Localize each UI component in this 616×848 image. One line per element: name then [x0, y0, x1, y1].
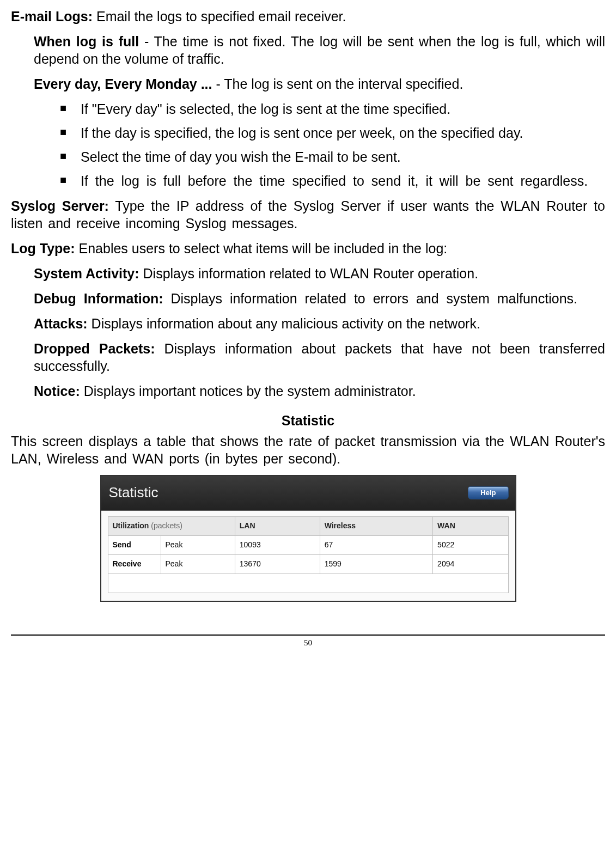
syslog-label: Syslog Server: [11, 198, 109, 213]
cell-wireless: 67 [320, 536, 432, 555]
list-item: If the day is specified, the log is sent… [60, 124, 605, 142]
table-row: Receive Peak 13670 1599 2094 [108, 555, 508, 574]
dropped-packets-label: Dropped Packets: [34, 341, 155, 356]
debug-info-label: Debug Information: [34, 291, 163, 306]
cell-wan: 2094 [433, 555, 508, 574]
interval-bullets: If "Every day" is selected, the log is s… [11, 100, 605, 190]
empty-cell [108, 574, 508, 593]
table-row: Send Peak 10093 67 5022 [108, 536, 508, 555]
bullet-text: If "Every day" is selected, the log is s… [81, 101, 450, 117]
email-logs-text: Email the logs to specified email receiv… [93, 9, 346, 24]
statistic-heading: Statistic [11, 412, 605, 429]
system-activity-label: System Activity: [34, 266, 139, 281]
log-type-para: Log Type: Enables users to select what i… [11, 240, 605, 257]
when-log-full-label: When log is full [34, 34, 139, 49]
dropped-packets-para: Dropped Packets: Displays information ab… [34, 340, 605, 375]
statistic-title-text: Statistic [109, 484, 158, 502]
help-button[interactable]: Help [468, 486, 508, 500]
row-label: Send [108, 536, 161, 555]
email-logs-para: E-mail Logs: Email the logs to specified… [11, 8, 605, 25]
debug-info-text: Displays information related to errors a… [163, 291, 577, 306]
attacks-para: Attacks: Displays information about any … [34, 315, 605, 332]
col-wireless: Wireless [320, 517, 432, 536]
col-utilization: Utilization (packets) [108, 517, 235, 536]
statistic-screenshot: Statistic Help Utilization (packets) LAN… [11, 475, 605, 602]
table-row-empty [108, 574, 508, 593]
cell-wireless: 1599 [320, 555, 432, 574]
log-type-label: Log Type: [11, 241, 75, 256]
notice-para: Notice: Displays important notices by th… [34, 382, 605, 400]
row-sublabel: Peak [161, 536, 235, 555]
cell-wan: 5022 [433, 536, 508, 555]
email-logs-label: E-mail Logs: [11, 9, 93, 24]
statistic-title-bar: Statistic Help [101, 476, 515, 511]
system-activity-para: System Activity: Displays information re… [34, 265, 605, 282]
when-log-full-para: When log is full - The time is not fixed… [34, 33, 605, 68]
every-day-label: Every day, Every Monday ... [34, 76, 212, 91]
list-item: Select the time of day you wish the E-ma… [60, 148, 605, 166]
notice-label: Notice: [34, 383, 80, 399]
cell-lan: 10093 [235, 536, 320, 555]
every-day-text: - The log is sent on the interval specif… [212, 76, 463, 91]
table-header-row: Utilization (packets) LAN Wireless WAN [108, 517, 508, 536]
list-item: If "Every day" is selected, the log is s… [60, 100, 605, 118]
bullet-text: If the log is full before the time speci… [81, 173, 588, 188]
statistic-panel: Statistic Help Utilization (packets) LAN… [100, 475, 516, 602]
debug-info-para: Debug Information: Displays information … [34, 290, 605, 307]
statistic-desc: This screen displays a table that shows … [11, 432, 605, 467]
cell-lan: 13670 [235, 555, 320, 574]
syslog-para: Syslog Server: Type the IP address of th… [11, 197, 605, 232]
row-label: Receive [108, 555, 161, 574]
col-lan: LAN [235, 517, 320, 536]
bullet-text: If the day is specified, the log is sent… [81, 125, 523, 141]
util-main: Utilization [113, 521, 149, 530]
every-day-para: Every day, Every Monday ... - The log is… [34, 75, 605, 93]
log-type-text: Enables users to select what items will … [75, 241, 448, 256]
attacks-label: Attacks: [34, 316, 88, 331]
row-sublabel: Peak [161, 555, 235, 574]
statistic-body: Utilization (packets) LAN Wireless WAN S… [101, 511, 515, 601]
notice-text: Displays important notices by the system… [80, 383, 416, 399]
footer-rule [11, 635, 605, 636]
page-number: 50 [11, 638, 605, 648]
col-wan: WAN [433, 517, 508, 536]
list-item: If the log is full before the time speci… [60, 172, 605, 190]
statistic-table: Utilization (packets) LAN Wireless WAN S… [108, 516, 509, 593]
util-sub: (packets) [151, 521, 182, 530]
system-activity-text: Displays information related to WLAN Rou… [139, 266, 479, 281]
bullet-text: Select the time of day you wish the E-ma… [81, 149, 401, 164]
attacks-text: Displays information about any malicious… [88, 316, 480, 331]
